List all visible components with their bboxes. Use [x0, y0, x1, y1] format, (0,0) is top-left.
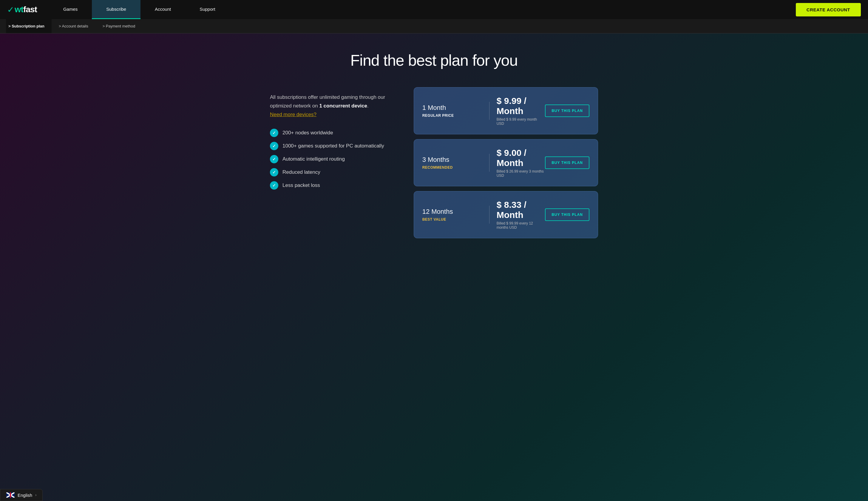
- plan-card-3months[interactable]: 3 Months RECOMMENDED $ 9.00 / Month Bill…: [414, 139, 598, 186]
- plan-badge-1month: REGULAR PRICE: [422, 114, 475, 118]
- plan-price-12months: $ 8.33 / Month Billed $ 99.99 every 12 m…: [497, 200, 545, 230]
- nav-item-subscribe[interactable]: Subscribe: [92, 0, 141, 19]
- language-bar[interactable]: English ›: [0, 489, 43, 501]
- create-account-button[interactable]: CREATE ACCOUNT: [796, 3, 861, 17]
- features-list: ✓ 200+ nodes worldwide ✓ 1000+ games sup…: [270, 129, 402, 190]
- breadcrumb-account-details[interactable]: > Account details: [52, 19, 96, 33]
- plan-billing-3months: Billed $ 26.99 every 3 months USD: [497, 169, 545, 178]
- need-more-devices-link[interactable]: Need more devices?: [270, 112, 317, 117]
- nav-item-account[interactable]: Account: [141, 0, 185, 19]
- buy-plan-button-3months[interactable]: BUY THIS PLAN: [545, 157, 590, 169]
- feature-latency-text: Reduced latency: [283, 169, 320, 175]
- feature-packet: ✓ Less packet loss: [270, 181, 402, 190]
- breadcrumb-payment-method[interactable]: > Payment method: [96, 19, 142, 33]
- check-icon-latency: ✓: [270, 168, 278, 177]
- plan-divider-1: [489, 102, 490, 120]
- nav-item-support[interactable]: Support: [185, 0, 230, 19]
- plan-price-value-1month: $ 9.99 / Month: [497, 96, 545, 116]
- language-label: English: [18, 493, 32, 498]
- buy-plan-button-1month[interactable]: BUY THIS PLAN: [545, 105, 590, 117]
- plan-title-12months: 12 Months BEST VALUE: [422, 208, 482, 222]
- plans-left: All subscriptions offer unlimited gaming…: [270, 87, 402, 190]
- plans-section: All subscriptions offer unlimited gaming…: [270, 87, 598, 238]
- main-content: Find the best plan for you All subscript…: [0, 33, 868, 501]
- plan-price-1month: $ 9.99 / Month Billed $ 9.99 every month…: [497, 96, 545, 126]
- check-icon-games: ✓: [270, 142, 278, 150]
- check-icon-packet: ✓: [270, 181, 278, 190]
- feature-latency: ✓ Reduced latency: [270, 168, 402, 177]
- feature-games: ✓ 1000+ games supported for PC automatic…: [270, 142, 402, 150]
- nav-item-games[interactable]: Games: [49, 0, 92, 19]
- navbar: ✓ wtfast Games Subscribe Account Support…: [0, 0, 868, 19]
- breadcrumb: > Subscription plan > Account details > …: [0, 19, 868, 33]
- plans-right: 1 Month REGULAR PRICE $ 9.99 / Month Bil…: [414, 87, 598, 238]
- plan-name-12months: 12 Months: [422, 208, 475, 215]
- logo-wordmark: wtfast: [15, 5, 37, 14]
- feature-nodes-text: 200+ nodes worldwide: [283, 130, 333, 136]
- breadcrumb-subscription-plan[interactable]: > Subscription plan: [6, 19, 52, 33]
- check-icon-nodes: ✓: [270, 129, 278, 137]
- page-title: Find the best plan for you: [351, 51, 518, 69]
- plans-description: All subscriptions offer unlimited gaming…: [270, 93, 402, 119]
- buy-plan-button-12months[interactable]: BUY THIS PLAN: [545, 209, 590, 221]
- flag-uk-icon: [6, 492, 15, 498]
- feature-routing-text: Automatic intelligent routing: [283, 156, 345, 162]
- plan-name-3months: 3 Months: [422, 156, 475, 163]
- nav-links: Games Subscribe Account Support: [49, 0, 796, 19]
- plan-price-value-12months: $ 8.33 / Month: [497, 200, 545, 220]
- plan-badge-12months: BEST VALUE: [422, 217, 475, 222]
- plan-title-3months: 3 Months RECOMMENDED: [422, 156, 482, 170]
- plan-badge-3months: RECOMMENDED: [422, 166, 475, 170]
- plan-divider-3: [489, 206, 490, 224]
- plan-price-3months: $ 9.00 / Month Billed $ 26.99 every 3 mo…: [497, 148, 545, 178]
- plan-billing-12months: Billed $ 99.99 every 12 months USD: [497, 221, 545, 230]
- plan-card-1month[interactable]: 1 Month REGULAR PRICE $ 9.99 / Month Bil…: [414, 87, 598, 134]
- plan-title-1month: 1 Month REGULAR PRICE: [422, 104, 482, 118]
- check-icon-routing: ✓: [270, 155, 278, 163]
- plan-billing-1month: Billed $ 9.99 every month USD: [497, 117, 545, 126]
- plan-price-value-3months: $ 9.00 / Month: [497, 148, 545, 168]
- logo[interactable]: ✓ wtfast: [7, 5, 37, 15]
- concurrent-device-text: 1 concurrent device: [319, 103, 367, 109]
- plan-card-12months[interactable]: 12 Months BEST VALUE $ 8.33 / Month Bill…: [414, 191, 598, 238]
- language-chevron-icon: ›: [35, 493, 36, 497]
- plan-divider-2: [489, 154, 490, 172]
- feature-games-text: 1000+ games supported for PC automatical…: [283, 143, 384, 149]
- navbar-cta: CREATE ACCOUNT: [796, 3, 861, 17]
- plan-name-1month: 1 Month: [422, 104, 475, 112]
- logo-check-icon: ✓: [7, 5, 14, 15]
- feature-nodes: ✓ 200+ nodes worldwide: [270, 129, 402, 137]
- feature-packet-text: Less packet loss: [283, 182, 320, 189]
- feature-routing: ✓ Automatic intelligent routing: [270, 155, 402, 163]
